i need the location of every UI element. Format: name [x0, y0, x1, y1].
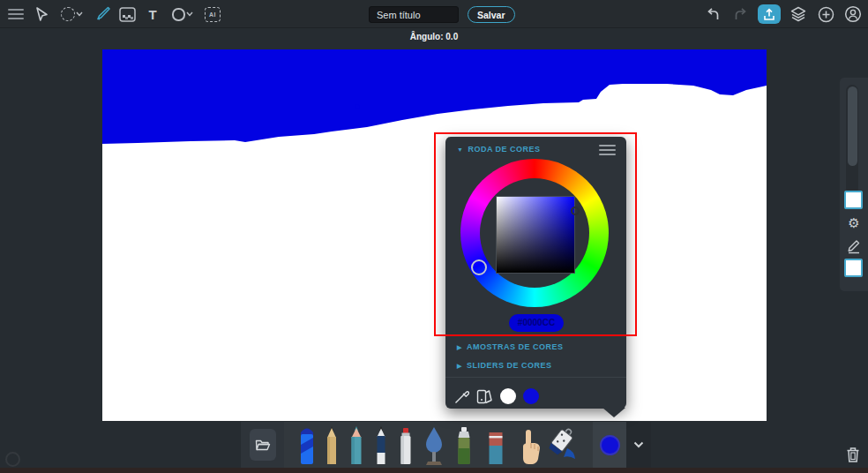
- current-color-button[interactable]: [600, 435, 620, 455]
- blue-paint-stroke: [102, 49, 767, 421]
- folder-open-icon: [255, 439, 271, 452]
- ai-icon: AI: [205, 7, 221, 22]
- gear-icon: ⚙: [848, 215, 859, 230]
- expand-triangle-icon: ▶: [457, 344, 462, 350]
- color-wheel-section-header[interactable]: ▼ RODA DE CORES: [457, 145, 541, 154]
- tool-pen[interactable]: [370, 425, 393, 466]
- tool-pencil[interactable]: [320, 425, 343, 466]
- expand-triangle-icon: ▶: [457, 363, 462, 369]
- marquee-tool-button[interactable]: [57, 4, 86, 24]
- brush-icon: [94, 6, 110, 23]
- redo-icon: [732, 6, 749, 22]
- stylus-mode-button[interactable]: [846, 238, 862, 258]
- plus-circle-icon: [818, 6, 834, 23]
- toolbar-center-group: Salvar: [369, 6, 515, 23]
- undo-icon: [705, 6, 722, 22]
- picker-pointer-tail: [602, 408, 625, 417]
- settings-button[interactable]: ⚙: [840, 215, 868, 231]
- brush-tool-button[interactable]: [92, 4, 111, 24]
- size-slider-track[interactable]: [846, 85, 858, 194]
- right-sidebar: ⚙: [840, 78, 868, 291]
- shape-tool-button[interactable]: [168, 4, 197, 24]
- lasso-ellipse-icon: [61, 7, 75, 21]
- hue-selector-handle[interactable]: [471, 259, 487, 275]
- expand-tools-chevron-icon[interactable]: [633, 441, 644, 448]
- document-title-input[interactable]: [369, 6, 459, 23]
- stylus-icon: [846, 238, 862, 254]
- cursor-icon: [34, 6, 49, 22]
- tool-spray[interactable]: [453, 425, 475, 466]
- save-button[interactable]: Salvar: [468, 6, 515, 23]
- tool-colored-pencil[interactable]: [345, 425, 368, 466]
- current-color-section: [593, 422, 626, 468]
- toolbar-expand-section: [626, 422, 651, 468]
- picker-bottom-row: [454, 385, 539, 408]
- redo-button[interactable]: [730, 4, 750, 24]
- trash-icon: [845, 446, 861, 463]
- select-tool-button[interactable]: [32, 4, 51, 24]
- saturation-selector-handle[interactable]: [571, 206, 580, 215]
- tool-watercolor-brush[interactable]: [421, 425, 444, 466]
- color-picker-panel: ▼ RODA DE CORES #0000CC ▶ AMOSTRAS DE CO…: [445, 137, 626, 409]
- hex-color-button[interactable]: #0000CC: [509, 314, 564, 332]
- delete-button[interactable]: [843, 444, 863, 465]
- color-sliders-section-header[interactable]: ▶ SLIDERS DE CORES: [457, 361, 551, 370]
- paint-app: T AI Salvar: [0, 0, 868, 473]
- ai-tool-button[interactable]: AI: [203, 4, 222, 24]
- person-icon: [844, 5, 862, 23]
- recent-color-blue[interactable]: [523, 388, 539, 404]
- tool-marker[interactable]: [296, 425, 318, 466]
- add-button[interactable]: [816, 4, 835, 24]
- open-file-button[interactable]: [250, 429, 276, 461]
- picker-divider: [445, 377, 626, 378]
- image-icon: [119, 7, 136, 22]
- color-swatches-section-header[interactable]: ▶ AMOSTRAS DE CORES: [457, 342, 563, 351]
- corner-nub-circle: [5, 452, 20, 467]
- paper-color-swatch[interactable]: [844, 259, 863, 277]
- top-toolbar: T AI Salvar: [0, 0, 868, 28]
- collapse-triangle-icon: ▼: [457, 146, 463, 153]
- text-tool-button[interactable]: T: [143, 4, 162, 24]
- bottom-edge-strip: [0, 468, 868, 473]
- color-wheel-section-label: RODA DE CORES: [468, 145, 540, 154]
- color-swatches-section-label: AMOSTRAS DE CORES: [467, 342, 564, 351]
- layers-button[interactable]: [789, 4, 808, 24]
- size-slider-thumb[interactable]: [848, 86, 857, 166]
- tool-smudge[interactable]: [516, 425, 539, 466]
- picker-menu-button[interactable]: [599, 145, 616, 155]
- layers-icon: [789, 5, 807, 23]
- toolbar-right-group: [703, 0, 863, 28]
- eyedropper-icon[interactable]: [454, 389, 469, 404]
- swatchbook-icon[interactable]: [476, 389, 493, 404]
- color-sliders-section-label: SLIDERS DE CORES: [467, 361, 552, 370]
- toolbar-left-group: T AI: [6, 0, 222, 28]
- angle-status: Ângulo: 0.0: [0, 32, 868, 41]
- recent-color-white[interactable]: [500, 388, 516, 404]
- chevron-down-icon: [186, 11, 193, 17]
- menu-button[interactable]: [6, 4, 26, 24]
- hamburger-icon: [8, 9, 24, 19]
- drawing-canvas[interactable]: [102, 49, 767, 421]
- tool-dye[interactable]: [548, 425, 571, 466]
- account-button[interactable]: [843, 4, 863, 24]
- chevron-down-icon: [76, 11, 83, 17]
- tool-paint-marker[interactable]: [394, 425, 417, 466]
- undo-button[interactable]: [703, 4, 722, 24]
- upload-icon: [763, 8, 775, 21]
- text-icon: T: [148, 8, 156, 21]
- folder-section: [241, 422, 284, 468]
- tool-eraser[interactable]: [484, 425, 507, 466]
- share-button[interactable]: [758, 4, 781, 24]
- image-tool-button[interactable]: [117, 4, 137, 24]
- background-color-swatch[interactable]: [844, 191, 863, 209]
- saturation-value-square[interactable]: [496, 196, 575, 274]
- shape-icon: [172, 8, 185, 21]
